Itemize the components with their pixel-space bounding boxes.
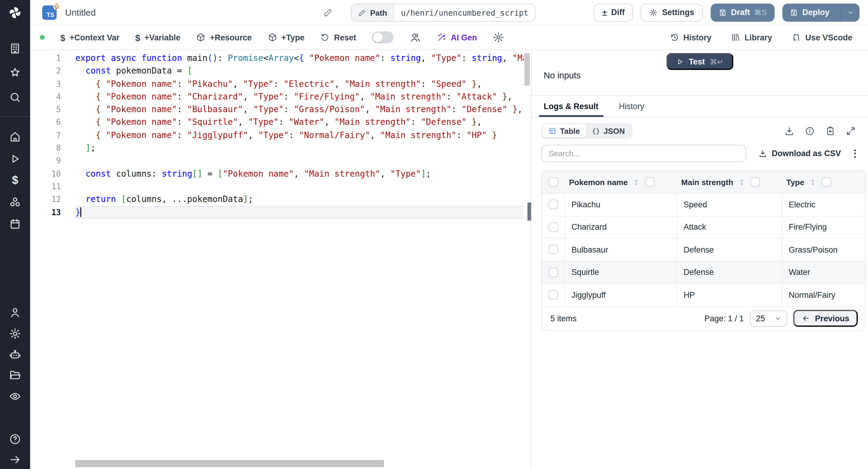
row-checkbox[interactable]: [548, 245, 558, 255]
path-value[interactable]: u/henri/unencumbered_script: [394, 4, 535, 21]
code-line[interactable]: return [columns, ...pokemonData];: [75, 193, 524, 206]
column-options-button[interactable]: [645, 177, 655, 187]
table-icon: [549, 127, 556, 135]
path-edit-button[interactable]: Path: [351, 4, 394, 21]
variables-dollar-icon[interactable]: $: [9, 174, 22, 186]
clock-history-icon: [670, 33, 679, 42]
building-icon[interactable]: [9, 42, 22, 55]
folders-icon[interactable]: [9, 369, 22, 382]
previous-page-button[interactable]: Previous: [793, 310, 858, 327]
tab-history[interactable]: History: [614, 96, 649, 117]
clipboard-import-icon[interactable]: [825, 126, 835, 136]
info-icon[interactable]: [805, 126, 815, 136]
test-button[interactable]: Test ⌘↵: [666, 53, 733, 70]
view-table-button[interactable]: Table: [542, 124, 586, 137]
help-icon[interactable]: [9, 433, 22, 445]
column-header-type[interactable]: Type: [782, 177, 865, 187]
code-line[interactable]: const columns: string[] = ["Pokemon name…: [75, 167, 524, 180]
code-line[interactable]: }: [75, 206, 524, 219]
table-row[interactable]: PikachuSpeedElectric: [542, 193, 865, 216]
page-size-value: 25: [756, 314, 765, 323]
search-icon[interactable]: [9, 91, 22, 104]
view-json-button[interactable]: {} JSON: [586, 124, 631, 137]
draft-button[interactable]: Draft ⌘S: [710, 3, 775, 22]
code-editor[interactable]: 12345678910111213 export async function …: [30, 50, 532, 469]
search-input[interactable]: [541, 145, 746, 162]
history-button[interactable]: History: [670, 33, 711, 42]
horizontal-scrollbar[interactable]: [75, 460, 384, 467]
star-icon[interactable]: [9, 66, 22, 79]
path-field[interactable]: Path u/henri/unencumbered_script: [351, 4, 535, 22]
code-line[interactable]: { "Pokemon name": "Bulbasaur", "Type": "…: [75, 103, 524, 116]
tab-logs-result[interactable]: Logs & Result: [539, 96, 603, 117]
deploy-label: Deploy: [802, 8, 830, 17]
download-csv-button[interactable]: Download as CSV: [758, 149, 841, 158]
table-row[interactable]: SquirtleDefenseWater: [542, 261, 865, 284]
test-label: Test: [689, 57, 705, 66]
package-icon: [196, 33, 206, 42]
table-row[interactable]: BulbasaurDefenseGrass/Poison: [542, 239, 865, 261]
page-size-select[interactable]: 25: [750, 310, 787, 326]
app-window: $ TS Untitled Path u: [0, 0, 868, 469]
resources-cubes-icon[interactable]: [9, 196, 22, 209]
row-checkbox[interactable]: [548, 222, 558, 232]
settings-gear-icon[interactable]: [9, 327, 22, 340]
sort-icon[interactable]: [809, 178, 817, 186]
deploy-button[interactable]: Deploy: [782, 3, 860, 22]
column-header-main-strength[interactable]: Main strength: [677, 177, 782, 187]
reset-button[interactable]: Reset: [320, 33, 356, 42]
select-all-checkbox[interactable]: [549, 177, 558, 187]
column-header-pokemon-name[interactable]: Pokemon name: [565, 177, 677, 187]
sort-icon[interactable]: [632, 178, 641, 186]
audit-eye-icon[interactable]: [9, 390, 22, 403]
code-area[interactable]: export async function main(): Promise<Ar…: [75, 52, 524, 219]
editor-settings-gear-icon[interactable]: [493, 31, 505, 43]
expand-icon[interactable]: [846, 126, 856, 136]
user-person-icon[interactable]: [9, 306, 22, 319]
download-icon[interactable]: [784, 126, 795, 136]
multiplayer-toggle[interactable]: [372, 31, 394, 43]
code-line[interactable]: export async function main(): Promise<Ar…: [75, 52, 524, 65]
edit-pencil-icon[interactable]: [323, 8, 333, 18]
deploy-dropdown-button[interactable]: [841, 3, 860, 22]
more-options-kebab-icon[interactable]: [853, 148, 857, 159]
table-row[interactable]: CharizardAttackFire/Flying: [542, 216, 865, 239]
line-number: 8: [30, 142, 75, 155]
multiplayer-users-icon[interactable]: [409, 31, 421, 43]
add-resource-button[interactable]: +Resource: [196, 33, 252, 42]
code-line[interactable]: [75, 180, 524, 193]
settings-button[interactable]: Settings: [641, 3, 703, 22]
search-row: Download as CSV: [532, 145, 868, 162]
code-line[interactable]: ];: [75, 142, 524, 155]
workers-robot-icon[interactable]: [9, 348, 22, 361]
schedules-calendar-icon[interactable]: [9, 218, 22, 230]
add-type-button[interactable]: +Type: [267, 33, 304, 42]
add-variable-button[interactable]: $+Variable: [135, 32, 181, 42]
home-icon[interactable]: [9, 130, 22, 143]
vertical-scrollbar[interactable]: [524, 53, 530, 86]
library-button[interactable]: Library: [731, 33, 772, 42]
windmill-logo-icon[interactable]: [8, 5, 22, 20]
runs-play-icon[interactable]: [9, 153, 22, 165]
line-number: 10: [30, 167, 75, 180]
code-line[interactable]: { "Pokemon name": "Charizard", "Type": "…: [75, 90, 524, 103]
code-line[interactable]: { "Pokemon name": "Jigglypuff", "Type": …: [75, 129, 524, 142]
code-line[interactable]: { "Pokemon name": "Pikachu", "Type": "El…: [75, 77, 524, 90]
code-line[interactable]: { "Pokemon name": "Squirtle", "Type": "W…: [75, 116, 524, 129]
diff-button[interactable]: ± Diff: [594, 3, 633, 22]
use-vscode-button[interactable]: Use VScode: [792, 33, 852, 42]
row-checkbox[interactable]: [548, 200, 558, 210]
sort-icon[interactable]: [738, 178, 746, 186]
row-checkbox[interactable]: [548, 268, 558, 277]
code-line[interactable]: [75, 155, 524, 167]
row-checkbox[interactable]: [548, 290, 558, 300]
add-context-var-button[interactable]: $+Context Var: [60, 32, 120, 42]
package-icon: [267, 33, 277, 42]
ai-gen-button[interactable]: AI Gen: [437, 33, 477, 42]
table-row[interactable]: JigglypuffHPNormal/Fairy: [542, 284, 865, 307]
code-line[interactable]: const pokemonData = [: [75, 65, 524, 78]
top-bar: TS Untitled Path u/henri/unencumbered_sc…: [30, 0, 868, 25]
column-options-button[interactable]: [751, 177, 761, 187]
expand-sidebar-arrow-icon[interactable]: [9, 453, 22, 466]
column-options-button[interactable]: [822, 177, 832, 187]
